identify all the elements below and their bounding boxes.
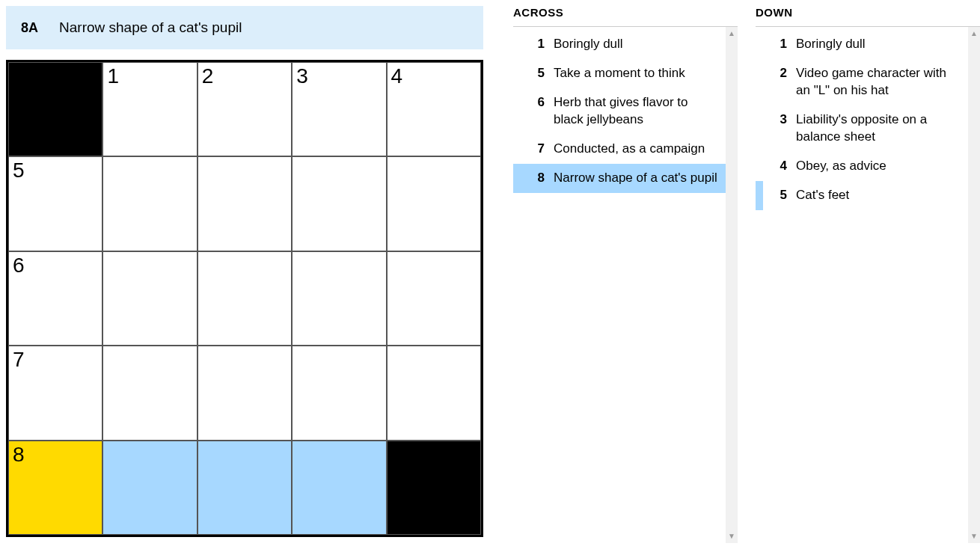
grid-cell[interactable]: [292, 251, 386, 346]
clue-item[interactable]: 5Cat's feet: [756, 181, 968, 210]
clue-text: Narrow shape of a cat's pupil: [554, 170, 718, 187]
grid-cell[interactable]: [102, 346, 197, 440]
current-clue-text: Narrow shape of a cat's pupil: [59, 19, 242, 36]
cell-number: 4: [391, 64, 403, 88]
grid-cell[interactable]: [387, 251, 481, 346]
current-clue-bar[interactable]: 8A Narrow shape of a cat's pupil: [6, 6, 483, 49]
clue-text: Take a moment to think: [554, 65, 718, 82]
across-scrollbar[interactable]: ▲ ▼: [726, 27, 738, 543]
clue-number: 1: [521, 36, 545, 53]
clue-number: 3: [763, 111, 787, 129]
clue-number: 5: [521, 65, 545, 82]
grid-cell[interactable]: 1: [102, 62, 197, 156]
grid-cell: [8, 62, 102, 156]
grid-cell[interactable]: [292, 156, 386, 251]
cell-number: 2: [202, 64, 214, 88]
clue-item[interactable]: 2Video game character with an "L" on his…: [756, 59, 968, 105]
scroll-down-icon[interactable]: ▼: [970, 533, 978, 540]
grid-cell[interactable]: [102, 156, 197, 251]
cell-number: 8: [13, 443, 25, 467]
down-column: DOWN 1Boringly dull2Video game character…: [756, 6, 980, 543]
grid-cell[interactable]: 2: [197, 62, 292, 156]
down-header: DOWN: [756, 6, 980, 27]
across-header: ACROSS: [513, 6, 738, 27]
scroll-down-icon[interactable]: ▼: [728, 533, 735, 540]
cell-number: 7: [13, 348, 25, 372]
grid-cell: [387, 441, 481, 535]
down-scroll: 1Boringly dull2Video game character with…: [756, 27, 980, 543]
scroll-up-icon[interactable]: ▲: [728, 30, 735, 37]
down-scrollbar[interactable]: ▲ ▼: [968, 27, 980, 543]
left-panel: 8A Narrow shape of a cat's pupil 1234567…: [6, 6, 483, 537]
clue-text: Cat's feet: [796, 187, 961, 204]
grid-cell[interactable]: 7: [8, 346, 102, 440]
cell-number: 6: [13, 254, 25, 277]
grid-cell[interactable]: [387, 346, 481, 440]
crossword-app: 8A Narrow shape of a cat's pupil 1234567…: [6, 6, 974, 543]
cell-number: 5: [13, 159, 25, 183]
scroll-up-icon[interactable]: ▲: [970, 30, 978, 37]
clue-text: Boringly dull: [796, 36, 961, 53]
clue-text: Liability's opposite on a balance sheet: [796, 111, 961, 146]
current-clue-id: 8A: [21, 20, 38, 36]
clue-item[interactable]: 1Boringly dull: [513, 30, 726, 59]
clue-number: 8: [521, 170, 545, 187]
across-scroll: 1Boringly dull5Take a moment to think6He…: [513, 27, 738, 543]
cell-number: 3: [296, 64, 308, 88]
cell-number: 1: [107, 64, 119, 88]
grid-cell[interactable]: [197, 346, 292, 440]
grid-cell[interactable]: 8: [8, 441, 102, 535]
clue-text: Herb that gives flavor to black jellybea…: [554, 94, 718, 129]
clue-text: Conducted, as a campaign: [554, 141, 718, 158]
clue-item[interactable]: 6Herb that gives flavor to black jellybe…: [513, 88, 726, 135]
clue-text: Video game character with an "L" on his …: [796, 65, 961, 99]
across-list[interactable]: 1Boringly dull5Take a moment to think6He…: [513, 27, 726, 543]
clue-text: Boringly dull: [554, 36, 718, 53]
clue-text: Obey, as advice: [796, 158, 961, 175]
down-list[interactable]: 1Boringly dull2Video game character with…: [756, 27, 968, 543]
across-column: ACROSS 1Boringly dull5Take a moment to t…: [513, 6, 738, 543]
grid-cell[interactable]: [197, 441, 292, 535]
clue-number: 6: [521, 94, 545, 111]
grid-cell[interactable]: [292, 441, 386, 535]
clue-item[interactable]: 4Obey, as advice: [756, 152, 968, 181]
grid-cell[interactable]: 6: [8, 251, 102, 346]
clue-number: 2: [763, 65, 787, 82]
clue-item[interactable]: 1Boringly dull: [756, 30, 968, 59]
clue-number: 5: [763, 187, 787, 204]
clue-item[interactable]: 8Narrow shape of a cat's pupil: [513, 164, 726, 193]
grid-cell[interactable]: [292, 346, 386, 440]
crossword-grid[interactable]: 12345678: [6, 60, 483, 537]
grid-cell[interactable]: 3: [292, 62, 386, 156]
grid-cell[interactable]: 4: [387, 62, 481, 156]
clue-columns: ACROSS 1Boringly dull5Take a moment to t…: [513, 6, 980, 543]
grid-cell[interactable]: 5: [8, 156, 102, 251]
grid-cell[interactable]: [197, 156, 292, 251]
clue-number: 1: [763, 36, 787, 53]
grid-cell[interactable]: [197, 251, 292, 346]
grid-cell[interactable]: [102, 441, 197, 535]
clue-item[interactable]: 3Liability's opposite on a balance sheet: [756, 105, 968, 152]
clue-item[interactable]: 7Conducted, as a campaign: [513, 135, 726, 164]
clue-number: 4: [763, 158, 787, 175]
grid-cell[interactable]: [102, 251, 197, 346]
clue-item[interactable]: 5Take a moment to think: [513, 59, 726, 88]
grid-cell[interactable]: [387, 156, 481, 251]
clue-number: 7: [521, 141, 545, 158]
